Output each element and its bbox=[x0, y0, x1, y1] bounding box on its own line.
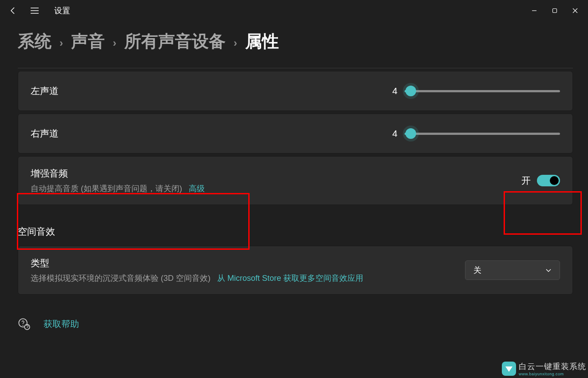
maximize-button[interactable] bbox=[544, 4, 565, 18]
svg-point-2 bbox=[23, 325, 24, 326]
left-channel-card: 左声道 4 bbox=[18, 71, 573, 111]
spatial-store-link[interactable]: 从 Microsoft Store 获取更多空间音效应用 bbox=[217, 274, 363, 283]
breadcrumb-sound[interactable]: 声音 bbox=[71, 30, 105, 53]
enhance-subtitle: 自动提高音质 (如果遇到声音问题，请关闭) 高级 bbox=[31, 183, 521, 194]
close-button[interactable] bbox=[565, 4, 585, 18]
toggle-knob bbox=[550, 176, 559, 185]
dropdown-value: 关 bbox=[473, 265, 481, 276]
enhance-advanced-link[interactable]: 高级 bbox=[189, 184, 205, 193]
slider-thumb[interactable] bbox=[405, 128, 416, 139]
chevron-right-icon: › bbox=[60, 34, 63, 49]
enhance-title: 增强音频 bbox=[31, 167, 521, 180]
chevron-down-icon bbox=[545, 268, 552, 272]
breadcrumb-all-devices[interactable]: 所有声音设备 bbox=[124, 30, 226, 53]
hamburger-icon bbox=[30, 7, 39, 14]
breadcrumb: 系统 › 声音 › 所有声音设备 › 属性 bbox=[18, 30, 573, 53]
breadcrumb-properties: 属性 bbox=[245, 30, 279, 53]
maximize-icon bbox=[552, 8, 557, 13]
chevron-right-icon: › bbox=[234, 34, 237, 49]
close-icon bbox=[572, 8, 578, 13]
watermark-url: www.baiyunxitong.com bbox=[519, 372, 586, 376]
breadcrumb-system[interactable]: 系统 bbox=[18, 30, 52, 53]
watermark-title: 白云一键重装系统 bbox=[519, 361, 586, 372]
enhance-audio-card: 增强音频 自动提高音质 (如果遇到声音问题，请关闭) 高级 开 bbox=[18, 156, 573, 205]
left-channel-value: 4 bbox=[389, 86, 397, 96]
minimize-button[interactable] bbox=[524, 4, 544, 18]
slider-thumb[interactable] bbox=[405, 86, 416, 96]
chevron-right-icon: › bbox=[113, 34, 116, 49]
watermark-logo-icon bbox=[502, 362, 516, 376]
help-icon bbox=[18, 318, 30, 330]
menu-button[interactable] bbox=[24, 0, 45, 21]
right-channel-slider[interactable] bbox=[405, 129, 560, 138]
spatial-type-card: 类型 选择模拟现实环境的沉浸式音频体验 (3D 空间音效) 从 Microsof… bbox=[18, 246, 573, 295]
right-channel-card: 右声道 4 bbox=[18, 114, 573, 154]
arrow-left-icon bbox=[9, 6, 18, 15]
titlebar: 设置 bbox=[0, 0, 588, 21]
minimize-icon bbox=[532, 8, 537, 13]
left-channel-label: 左声道 bbox=[31, 85, 389, 97]
help-row: 获取帮助 bbox=[18, 318, 573, 330]
help-link[interactable]: 获取帮助 bbox=[44, 318, 79, 330]
svg-rect-0 bbox=[553, 9, 557, 13]
app-title: 设置 bbox=[54, 5, 70, 16]
watermark: 白云一键重装系统 www.baiyunxitong.com bbox=[502, 361, 586, 376]
spatial-heading: 空间音效 bbox=[18, 225, 573, 238]
spatial-type-label: 类型 bbox=[31, 257, 465, 269]
right-channel-value: 4 bbox=[389, 128, 397, 139]
spatial-type-dropdown[interactable]: 关 bbox=[465, 260, 560, 280]
right-channel-label: 右声道 bbox=[31, 127, 389, 140]
enhance-toggle[interactable] bbox=[537, 175, 560, 186]
enhance-toggle-label: 开 bbox=[521, 174, 531, 187]
spatial-type-subtitle: 选择模拟现实环境的沉浸式音频体验 (3D 空间音效) 从 Microsoft S… bbox=[31, 273, 465, 284]
back-button[interactable] bbox=[3, 0, 24, 21]
left-channel-slider[interactable] bbox=[405, 87, 560, 95]
divider bbox=[18, 68, 573, 68]
